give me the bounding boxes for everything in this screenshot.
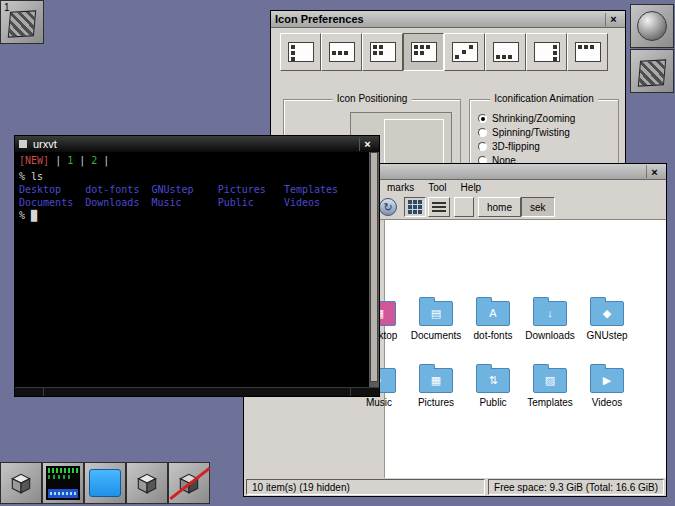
folder-pictures[interactable]: ▦Pictures	[409, 364, 463, 408]
folder-label: Public	[466, 397, 520, 408]
position-glyph	[534, 42, 560, 62]
animation-options: Shrinking/ZoomingSpinning/Twisting3D-fli…	[478, 111, 575, 167]
position-toolbar	[280, 33, 608, 71]
nav-icon[interactable]: ↻	[379, 198, 397, 216]
folder-icon: A	[476, 301, 510, 326]
cube-icon	[127, 463, 167, 503]
folder-icon: ▤	[419, 301, 453, 326]
position-bottom-row[interactable]	[485, 33, 526, 71]
radio-label: 3D-flipping	[492, 141, 540, 152]
icon-preferences-title: Icon Preferences	[275, 13, 364, 25]
position-right-column[interactable]	[526, 33, 567, 71]
pattern-icon	[638, 59, 666, 86]
list-view-icon	[432, 201, 446, 213]
folder-glyph: ▶	[591, 369, 623, 392]
folder-videos[interactable]: ▶Videos	[580, 364, 634, 408]
terminal-scrollbar[interactable]	[369, 152, 379, 388]
radio-icon	[478, 114, 487, 123]
menu-bar-items: marksToolHelp	[387, 182, 481, 193]
folder-icon: ▨	[533, 368, 567, 393]
dock-tile-monitor[interactable]	[42, 462, 84, 504]
status-items-count: 10 item(s) (19 hidden)	[246, 479, 485, 495]
folder-label: dot-fonts	[466, 330, 520, 341]
radio-icon	[478, 128, 487, 137]
sphere-icon	[637, 11, 667, 41]
clip-pattern-icon	[8, 10, 36, 37]
folder-icon: ▶	[590, 368, 624, 393]
folder-glyph: ▤	[420, 302, 452, 325]
dock-tile-cube[interactable]	[126, 462, 168, 504]
position-grid[interactable]	[403, 33, 444, 71]
dock-tile-gnustep[interactable]	[630, 4, 674, 48]
dock-tile-wmaker[interactable]	[0, 462, 42, 504]
folder-glyph: ◆	[591, 302, 623, 325]
menu-item-marks[interactable]: marks	[387, 182, 414, 193]
folder-glyph: A	[477, 302, 509, 325]
path-bar: homesek	[478, 197, 555, 217]
position-top-row[interactable]	[567, 33, 608, 71]
terminal-title: urxvt	[33, 138, 57, 150]
position-glyph	[411, 42, 437, 62]
blue-screen-icon	[89, 469, 121, 497]
icon-view-button[interactable]	[404, 197, 426, 217]
dock-tile-terminal-launcher[interactable]	[84, 462, 126, 504]
menu-item-help[interactable]: Help	[461, 182, 482, 193]
folder-templates[interactable]: ▨Templates	[523, 364, 577, 408]
folder-downloads[interactable]: ↓Downloads	[523, 297, 577, 341]
grid-view-icon	[408, 200, 422, 214]
terminal-mini-icon	[19, 140, 27, 148]
icon-preferences-titlebar[interactable]: Icon Preferences ×	[271, 11, 625, 28]
clip-workspace-label: 1	[4, 2, 10, 13]
menu-item-tool[interactable]: Tool	[428, 182, 446, 193]
cube-icon	[1, 463, 41, 503]
folder-dot-fonts[interactable]: Adot-fonts	[466, 297, 520, 341]
close-icon[interactable]: ×	[359, 138, 375, 151]
position-top-left-block[interactable]	[362, 33, 403, 71]
folder-icon: ⇅	[476, 368, 510, 393]
path-button-home[interactable]: home	[478, 197, 521, 217]
folder-label: Documents	[409, 330, 463, 341]
desktop: 1 Icon Preferences × Icon Positioning Ic…	[0, 0, 675, 506]
monitor-graph-mid	[48, 475, 70, 479]
position-glyph	[329, 42, 355, 62]
resize-handle[interactable]	[15, 387, 379, 396]
folder-public[interactable]: ⇅Public	[466, 364, 520, 408]
folder-glyph: ↓	[534, 302, 566, 325]
monitor-status-bar	[48, 489, 78, 498]
terminal-scrollbar-thumb[interactable]	[370, 152, 378, 382]
terminal-titlebar[interactable]: urxvt ×	[15, 136, 379, 152]
dock-tile-pattern[interactable]	[630, 49, 674, 93]
close-icon[interactable]: ×	[646, 165, 662, 178]
path-button-sek[interactable]: sek	[521, 197, 555, 217]
position-diagonal[interactable]	[444, 33, 485, 71]
terminal-window: urxvt × [NEW] | 1 | 2 |% lsDesktop dot-f…	[14, 135, 380, 397]
iconification-animation-label: Iconification Animation	[490, 93, 598, 104]
radio-3d-flipping[interactable]: 3D-flipping	[478, 139, 575, 153]
folder-label: Music	[352, 397, 406, 408]
folder-icon: ▦	[419, 368, 453, 393]
folder-glyph: ⇅	[477, 369, 509, 392]
status-free-space: Free space: 9.3 GiB (Total: 16.6 GiB)	[488, 479, 664, 495]
path-root-button[interactable]	[454, 197, 474, 217]
clip-tile[interactable]: 1	[0, 0, 44, 44]
folder-documents[interactable]: ▤Documents	[409, 297, 463, 341]
position-glyph	[370, 42, 396, 62]
position-glyph	[452, 42, 478, 62]
position-left-column[interactable]	[280, 33, 321, 71]
radio-shrinking-zooming[interactable]: Shrinking/Zooming	[478, 111, 575, 125]
dock-tile-cube-disabled[interactable]	[168, 462, 210, 504]
folder-icon: ◆	[590, 301, 624, 326]
list-view-button[interactable]	[428, 197, 450, 217]
close-icon[interactable]: ×	[605, 13, 621, 26]
monitor-graph-top	[48, 468, 78, 473]
monitor-icon	[46, 466, 80, 500]
position-middle-row[interactable]	[321, 33, 362, 71]
position-glyph	[288, 42, 314, 62]
folder-gnustep[interactable]: ◆GNUstep	[580, 297, 634, 341]
status-bar: 10 item(s) (19 hidden) Free space: 9.3 G…	[244, 478, 666, 496]
terminal-lines[interactable]: [NEW] | 1 | 2 |% lsDesktop dot-fonts GNU…	[15, 152, 369, 388]
radio-label: Shrinking/Zooming	[492, 113, 575, 124]
icon-positioning-label: Icon Positioning	[333, 93, 412, 104]
radio-spinning-twisting[interactable]: Spinning/Twisting	[478, 125, 575, 139]
bottom-dock	[0, 462, 210, 504]
